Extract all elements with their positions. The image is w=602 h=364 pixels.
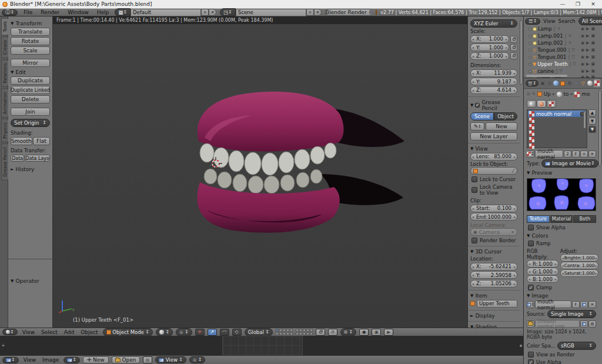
g-field[interactable]: G:1.000 — [527, 268, 558, 275]
slot-move-up-button[interactable]: ▲ — [588, 109, 596, 116]
image-editor-button[interactable]: ↕ — [2, 357, 19, 363]
proportional-edit-button[interactable]: ◉ — [359, 329, 369, 336]
layer-grid-2[interactable] — [296, 329, 313, 335]
clip-end-field[interactable]: End:1000.000 — [470, 213, 517, 221]
lock-to-object-field[interactable]: ╱ — [470, 167, 517, 175]
gp-scene-toggle[interactable]: Scene — [470, 112, 494, 121]
panel-image[interactable]: ▼Image — [527, 293, 596, 299]
lock-to-cursor-checkbox[interactable] — [471, 176, 477, 182]
expand-icon[interactable] — [529, 49, 531, 52]
visibility-eye-icon[interactable]: ◉ — [581, 48, 584, 52]
texture-slot-empty[interactable] — [528, 130, 586, 136]
uv-image-canvas[interactable]: + — [0, 336, 523, 355]
texture-slot-empty[interactable] — [528, 117, 586, 123]
scale-button[interactable]: Scale — [11, 46, 50, 55]
colorspace-menu[interactable]: sRGB↕ — [557, 342, 596, 350]
clip-start-field[interactable]: Start:0.100 — [470, 205, 517, 212]
manipulator-translate-button[interactable]: ✛ — [195, 329, 205, 336]
panel-edit[interactable]: ▼Edit — [11, 69, 50, 75]
duplicate-button[interactable]: Duplicate — [11, 76, 50, 85]
menu-window[interactable]: Window — [65, 9, 91, 15]
scale-x-field[interactable]: X:1.000 — [470, 35, 509, 43]
scene-name[interactable]: Scene — [236, 9, 306, 16]
view3d-editor-button[interactable]: ↕ — [2, 329, 18, 335]
scale-z-field[interactable]: Z:1.000 — [470, 52, 509, 60]
local-camera-field[interactable]: ▣ Camera ✕ — [470, 228, 517, 236]
browse-icon[interactable]: ✎ — [532, 92, 536, 96]
tab-modifiers-icon[interactable]: ⌁ — [574, 79, 579, 87]
gp-new-button[interactable]: New — [486, 122, 517, 131]
renderable-camera-icon[interactable]: ▣ — [591, 69, 595, 74]
outliner-editor-button[interactable]: ☰↕ — [525, 18, 540, 25]
texture-name-field[interactable]: mouth normal — [535, 150, 563, 158]
brightness-field[interactable]: Brightn:1.000 — [560, 254, 599, 262]
texture-type-menu[interactable]: Image or Movie↕ — [541, 159, 598, 168]
screen-layout-name[interactable]: Default — [131, 9, 201, 16]
image-new-button[interactable]: ✛New — [83, 356, 109, 363]
renderable-camera-icon[interactable]: ▣ — [591, 55, 595, 59]
panel-colors[interactable]: ▼Colors — [527, 233, 596, 239]
properties-editor-button[interactable]: ☰↕ — [526, 80, 539, 86]
view3d-menu-object[interactable]: Object — [79, 329, 99, 335]
lock-camera-checkbox[interactable] — [471, 187, 477, 193]
visibility-eye-icon[interactable]: ◉ — [581, 62, 584, 66]
view-as-render-checkbox[interactable] — [528, 352, 534, 358]
render-opengl-button[interactable]: ▣ — [372, 329, 381, 336]
layout-add-icon[interactable]: + — [201, 9, 209, 16]
menu-file[interactable]: File — [21, 9, 35, 15]
uv-menu-image[interactable]: Image — [41, 357, 61, 363]
texture-fake-user-button[interactable]: F — [572, 151, 580, 158]
slot-specials-button[interactable]: ▼ — [588, 126, 596, 133]
texture-slot-empty[interactable] — [528, 123, 586, 130]
texture-context-other[interactable] — [547, 100, 556, 108]
mirror-button[interactable]: Mirror — [11, 59, 50, 67]
duplicate-linked-button[interactable]: Duplicate Linked — [11, 86, 50, 94]
lock-scale-x-button[interactable] — [510, 36, 517, 43]
slot-list-scrollbar[interactable] — [583, 111, 586, 129]
data-button[interactable]: Data — [11, 155, 24, 162]
contrast-field[interactable]: Contra:1.000 — [560, 262, 599, 269]
flat-button[interactable]: Flat — [33, 137, 50, 145]
visibility-eye-icon[interactable]: ◉ — [581, 41, 584, 45]
properties-scrollbar[interactable] — [598, 90, 601, 166]
selectable-arrow-icon[interactable]: ▶ — [586, 69, 589, 74]
menu-help[interactable]: Help — [95, 9, 112, 15]
scene-delete-icon[interactable]: ✕ — [314, 9, 322, 16]
dim-y-field[interactable]: Y:9.187 — [470, 78, 517, 85]
texture-new-button[interactable]: + — [580, 151, 588, 158]
texture-slot-active[interactable]: mouth normal — [528, 111, 586, 117]
file-browse-icon[interactable] — [527, 320, 534, 328]
selectable-arrow-icon[interactable]: ▶ — [586, 26, 589, 31]
selectable-arrow-icon[interactable]: ▶ — [586, 48, 589, 52]
clamp-checkbox[interactable]: ✓ — [528, 285, 534, 290]
expand-icon[interactable] — [529, 35, 531, 38]
snap-magnet-button[interactable]: ∩ — [328, 329, 337, 336]
smooth-button[interactable]: Smooth — [11, 137, 32, 145]
pivot-menu[interactable]: ◎ ↕ — [176, 328, 192, 336]
texture-users-button[interactable]: 2 — [564, 151, 571, 158]
gp-draw-menu[interactable]: ✎↕ — [470, 122, 484, 131]
gp-new-layer-button[interactable]: New Layer — [470, 132, 517, 141]
maximize-button[interactable]: ❐ — [571, 1, 584, 7]
viewport-shading-menu[interactable]: ↕ — [156, 328, 173, 336]
layout-delete-icon[interactable]: ✕ — [209, 9, 216, 16]
selectable-arrow-icon[interactable]: ▶ — [586, 41, 589, 45]
orientation-menu[interactable]: Global ↕ — [245, 328, 273, 336]
expand-icon[interactable] — [529, 56, 531, 59]
image-path-field[interactable]: //mouth normal.png — [535, 320, 580, 328]
view3d-menu-select[interactable]: Select — [39, 329, 59, 335]
editor-type-button[interactable]: ⓘ ↕ — [2, 9, 18, 16]
lock-scale-z-button[interactable] — [510, 52, 517, 59]
render-border-checkbox[interactable] — [471, 238, 477, 243]
scene-selector[interactable]: ◳↕ Scene + ✕ — [220, 9, 322, 16]
selectable-arrow-icon[interactable]: ▶ — [586, 34, 589, 38]
texture-browse-button[interactable]: ↕ — [527, 151, 534, 158]
texture-context-world[interactable] — [527, 100, 536, 108]
ramp-checkbox[interactable] — [528, 241, 534, 246]
show-alpha-checkbox[interactable] — [528, 225, 534, 231]
dim-z-field[interactable]: Z:4.614 — [470, 86, 517, 94]
expand-icon[interactable] — [529, 42, 531, 45]
layer-grid-1[interactable] — [276, 329, 293, 335]
renderable-camera-icon[interactable]: ▣ — [591, 48, 595, 52]
image-name-field[interactable]: mouth normal — [535, 300, 571, 308]
